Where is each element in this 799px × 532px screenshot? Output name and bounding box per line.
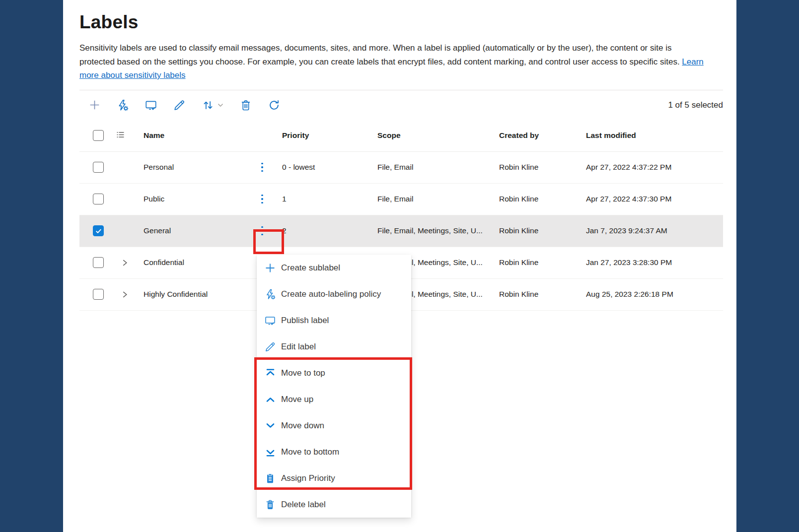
label-scope: File, Email xyxy=(377,195,499,203)
column-header-name[interactable]: Name xyxy=(144,131,257,140)
menu-item-assign-priority[interactable]: Assign Priority xyxy=(257,465,411,491)
menu-item-publish-label[interactable]: Publish label xyxy=(257,307,411,333)
label-name[interactable]: General xyxy=(144,226,257,235)
edit-icon xyxy=(173,99,186,112)
refresh-button[interactable] xyxy=(268,98,281,113)
move-to-bottom-icon xyxy=(264,446,276,458)
row-checkbox[interactable] xyxy=(93,194,104,204)
add-icon xyxy=(88,99,101,111)
label-name[interactable]: Personal xyxy=(144,163,257,172)
label-scope: File, Email xyxy=(377,163,499,172)
selection-status: 1 of 5 selected xyxy=(668,100,723,110)
toolbar: 1 of 5 selected xyxy=(79,90,723,120)
more-actions-button[interactable] xyxy=(257,159,267,176)
label-last-modified: Jan 7, 2023 9:24:37 AM xyxy=(586,226,723,235)
label-scope: File, Email, Meetings, Site, U... xyxy=(377,226,499,235)
delete-icon xyxy=(239,99,252,112)
label-last-modified: Apr 27, 2022 4:37:22 PM xyxy=(586,163,723,172)
row-checkbox[interactable] xyxy=(93,257,104,268)
menu-item-move-to-top[interactable]: Move to top xyxy=(257,360,411,386)
more-actions-button-active[interactable] xyxy=(257,222,267,239)
sort-icon xyxy=(202,99,215,112)
label-last-modified: Aug 25, 2023 2:26:18 PM xyxy=(586,290,723,299)
add-label-button[interactable] xyxy=(88,98,101,113)
label-name[interactable]: Confidential xyxy=(144,258,257,267)
label-name[interactable]: Public xyxy=(144,195,257,203)
label-priority: 2 xyxy=(281,226,377,235)
column-header-last-modified[interactable]: Last modified xyxy=(586,131,723,140)
label-priority: 1 xyxy=(281,195,377,203)
delete-label-button[interactable] xyxy=(239,98,252,113)
menu-item-move-to-bottom[interactable]: Move to bottom xyxy=(257,439,411,465)
column-header-priority[interactable]: Priority xyxy=(281,131,377,140)
expand-chevron-icon[interactable] xyxy=(119,289,130,300)
move-up-icon xyxy=(264,394,276,405)
label-last-modified: Apr 27, 2022 4:37:30 PM xyxy=(586,195,723,203)
label-created-by: Robin Kline xyxy=(499,163,586,172)
group-list-icon xyxy=(115,133,126,141)
move-to-top-icon xyxy=(264,367,276,379)
label-last-modified: Jan 27, 2023 3:28:30 PM xyxy=(586,258,723,267)
page-background: Labels Sensitivity labels are used to cl… xyxy=(0,0,799,532)
auto-labeling-button[interactable] xyxy=(116,98,129,113)
label-created-by: Robin Kline xyxy=(499,195,586,203)
more-actions-button[interactable] xyxy=(257,191,267,207)
edit-icon xyxy=(264,341,276,353)
select-all-checkbox[interactable] xyxy=(93,130,104,141)
assign-priority-icon xyxy=(264,472,276,484)
page-title: Labels xyxy=(79,12,723,33)
menu-item-move-up[interactable]: Move up xyxy=(257,386,411,412)
edit-label-button[interactable] xyxy=(173,98,186,113)
table-row-selected[interactable]: General 2 File, Email, Meetings, Site, U… xyxy=(79,215,723,247)
label-created-by: Robin Kline xyxy=(499,258,586,267)
row-checkbox[interactable] xyxy=(93,162,104,173)
row-checkbox[interactable] xyxy=(93,289,104,300)
menu-item-move-down[interactable]: Move down xyxy=(257,412,411,439)
column-header-created-by[interactable]: Created by xyxy=(499,131,586,140)
label-created-by: Robin Kline xyxy=(499,226,586,235)
table-header-row: Name Priority Scope Created by Last modi… xyxy=(79,120,723,152)
table-row[interactable]: Public 1 File, Email Robin Kline Apr 27,… xyxy=(79,184,723,215)
sort-priority-button[interactable] xyxy=(201,98,224,113)
label-priority: 0 - lowest xyxy=(281,163,377,172)
expand-chevron-icon[interactable] xyxy=(119,257,130,268)
plus-icon xyxy=(264,262,276,274)
row-checkbox-checked[interactable] xyxy=(93,225,104,236)
table-row[interactable]: Personal 0 - lowest File, Email Robin Kl… xyxy=(79,152,723,184)
menu-item-create-sublabel[interactable]: Create sublabel xyxy=(257,255,411,281)
menu-item-create-auto-labeling-policy[interactable]: Create auto-labeling policy xyxy=(257,281,411,307)
row-context-menu: Create sublabel Create auto-labeling pol… xyxy=(257,255,411,518)
publish-icon xyxy=(264,315,276,327)
publish-icon xyxy=(145,99,157,112)
refresh-icon xyxy=(268,99,281,112)
auto-labeling-icon xyxy=(264,288,276,300)
page-description: Sensitivity labels are used to classify … xyxy=(79,41,706,82)
label-created-by: Robin Kline xyxy=(499,290,586,299)
description-text: Sensitivity labels are used to classify … xyxy=(79,43,682,66)
column-header-scope[interactable]: Scope xyxy=(377,131,499,140)
chevron-down-icon xyxy=(218,103,223,107)
menu-item-delete-label[interactable]: Delete label xyxy=(257,491,411,518)
label-name[interactable]: Highly Confidential xyxy=(144,290,257,299)
move-down-icon xyxy=(264,420,276,432)
delete-icon xyxy=(264,499,276,511)
publish-label-button[interactable] xyxy=(145,98,157,113)
menu-item-edit-label[interactable]: Edit label xyxy=(257,333,411,360)
auto-labeling-icon xyxy=(116,99,129,112)
